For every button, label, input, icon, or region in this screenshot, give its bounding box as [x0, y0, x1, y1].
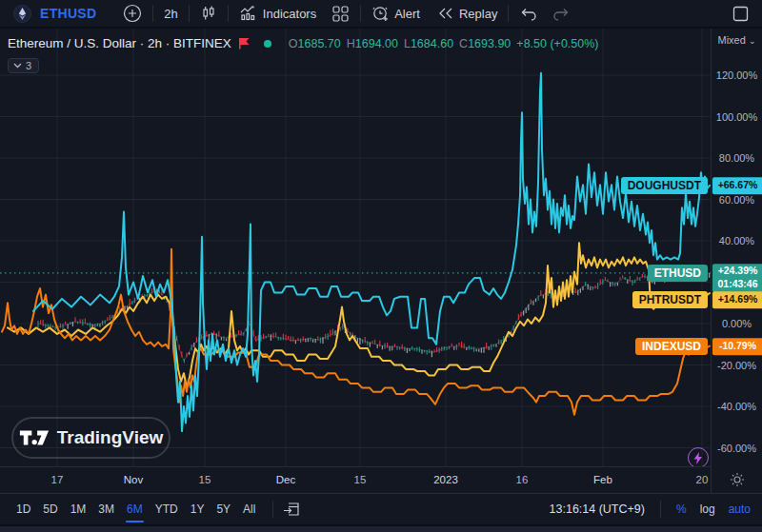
- top-toolbar: ETHUSD 2h Indicators Alert: [0, 0, 762, 29]
- toolbar-separator: [228, 5, 229, 22]
- lightning-icon: [693, 452, 703, 464]
- alarm-plus-icon: [371, 5, 390, 23]
- time-axis-tick: Dec: [276, 474, 295, 485]
- toolbar-separator: [152, 5, 153, 22]
- range-button-1y[interactable]: 1Y: [186, 501, 210, 518]
- time-axis-tick: 20: [696, 474, 709, 485]
- price-label: +66.67%: [712, 177, 762, 194]
- rewind-icon: [437, 6, 454, 21]
- tradingview-watermark[interactable]: TradingView: [11, 417, 170, 459]
- symbol-description[interactable]: Ethereum / U.S. Dollar · 2h · BITFINEX: [8, 36, 231, 50]
- chart-pane[interactable]: Ethereum / U.S. Dollar · 2h · BITFINEX O…: [0, 29, 711, 466]
- clock-display[interactable]: 13:16:14 (UTC+9): [550, 502, 645, 516]
- theme-sun-icon[interactable]: [712, 472, 762, 487]
- replay-button[interactable]: Replay: [437, 6, 497, 21]
- low-value: L1684.60: [404, 37, 453, 50]
- symbol-legend: Ethereum / U.S. Dollar · 2h · BITFINEX O…: [8, 36, 599, 50]
- market-status-icon[interactable]: [263, 39, 272, 49]
- close-value: C1693.90: [459, 37, 511, 50]
- price-scale-tick: 0.00%: [712, 318, 762, 329]
- toolbar-separator: [660, 501, 661, 518]
- range-button-5y[interactable]: 5Y: [211, 501, 235, 518]
- toolbar-separator: [272, 501, 273, 518]
- boost-lightning-button[interactable]: [688, 447, 709, 468]
- chevron-down-icon: [13, 63, 22, 69]
- symbol-button[interactable]: ETHUSD: [40, 6, 96, 21]
- indicators-label: Indicators: [263, 7, 316, 21]
- price-scale-tick: -20.00%: [712, 360, 762, 371]
- price-scale-tick: -40.00%: [712, 401, 762, 412]
- time-axis-tick: Nov: [124, 474, 143, 485]
- change-value: +8.50 (+0.50%): [516, 37, 598, 50]
- bottom-toolbar: 1D5D1M3M6MYTD1Y5YAll 13:16:14 (UTC+9) % …: [0, 493, 762, 524]
- chart-plot: [0, 29, 711, 466]
- time-axis-tick: 17: [51, 474, 64, 485]
- price-scale-mode[interactable]: Mixed ⌄: [712, 34, 762, 46]
- chevron-down-icon: ⌄: [749, 36, 756, 46]
- log-scale-button[interactable]: log: [700, 502, 715, 516]
- go-to-date-icon[interactable]: [283, 502, 301, 518]
- object-tree-button[interactable]: 3: [8, 58, 39, 73]
- time-axis-tick: 15: [199, 474, 211, 485]
- toolbar-separator: [360, 5, 361, 22]
- toolbar-separator: [508, 5, 509, 22]
- interval-button[interactable]: 2h: [164, 7, 177, 21]
- range-button-5d[interactable]: 5D: [38, 501, 62, 518]
- eth-logo-icon[interactable]: [13, 5, 31, 23]
- series-label-phtrusdt[interactable]: PHTRUSDT: [632, 291, 708, 308]
- range-button-all[interactable]: All: [238, 501, 260, 518]
- time-axis-tick: 15: [354, 474, 367, 485]
- series-label-doughusdt[interactable]: DOUGHUSDT: [621, 177, 708, 194]
- alert-label: Alert: [394, 7, 420, 21]
- tradingview-watermark-label: TradingView: [57, 427, 164, 448]
- price-label: -10.79%: [712, 338, 762, 355]
- tradingview-app: ETHUSD 2h Indicators Alert: [0, 0, 762, 532]
- price-label: +14.69%: [712, 291, 762, 308]
- auto-scale-button[interactable]: auto: [729, 502, 751, 516]
- time-axis-tick: Feb: [593, 474, 612, 485]
- open-value: O1685.70: [289, 37, 341, 50]
- price-scale-tick: 60.00%: [712, 194, 762, 206]
- series-label-indexusd[interactable]: INDEXUSD: [635, 338, 708, 355]
- grid-layout-icon[interactable]: [331, 5, 350, 23]
- time-axis[interactable]: 17Nov15Dec15202316Feb20: [0, 466, 711, 493]
- price-label: +24.39%01:43:46: [712, 265, 762, 292]
- range-button-1d[interactable]: 1D: [11, 501, 35, 518]
- time-axis-tick: 2023: [433, 474, 458, 485]
- fullscreen-icon[interactable]: [732, 6, 749, 22]
- range-button-3m[interactable]: 3M: [93, 501, 119, 518]
- price-scale[interactable]: Mixed ⌄ 120.00%100.00%80.00%60.00%40.00%…: [711, 29, 762, 493]
- replay-label: Replay: [459, 7, 497, 21]
- range-button-1m[interactable]: 1M: [66, 501, 91, 518]
- price-scale-tick: 120.00%: [712, 69, 762, 81]
- indicators-button[interactable]: Indicators: [239, 5, 316, 22]
- range-button-ytd[interactable]: YTD: [150, 501, 183, 518]
- tradingview-logo-icon: [19, 429, 50, 447]
- toolbar-separator: [189, 5, 190, 22]
- high-value: H1694.00: [347, 37, 398, 50]
- range-button-6m[interactable]: 6M: [122, 501, 148, 518]
- compare-add-icon[interactable]: [123, 4, 142, 23]
- indicators-icon: [239, 5, 258, 22]
- price-scale-tick: 40.00%: [712, 235, 762, 246]
- alert-button[interactable]: Alert: [371, 5, 420, 23]
- redo-icon[interactable]: [551, 6, 571, 21]
- price-scale-tick: 100.00%: [712, 111, 762, 123]
- objects-count: 3: [26, 60, 31, 71]
- time-axis-tick: 16: [516, 474, 529, 485]
- percent-scale-button[interactable]: %: [676, 502, 687, 516]
- ohlc-values: O1685.70 H1694.00 L1684.60 C1693.90 +8.5…: [289, 37, 599, 50]
- undo-icon[interactable]: [519, 6, 538, 21]
- price-scale-tick: -60.00%: [712, 443, 762, 454]
- flag-icon[interactable]: [238, 37, 251, 49]
- range-buttons: 1D5D1M3M6MYTD1Y5YAll: [11, 501, 263, 518]
- series-label-ethusd[interactable]: ETHUSD: [648, 265, 708, 282]
- price-scale-tick: 80.00%: [712, 152, 762, 164]
- chart-style-icon[interactable]: [200, 5, 217, 22]
- window-bottom-strip: [0, 524, 762, 532]
